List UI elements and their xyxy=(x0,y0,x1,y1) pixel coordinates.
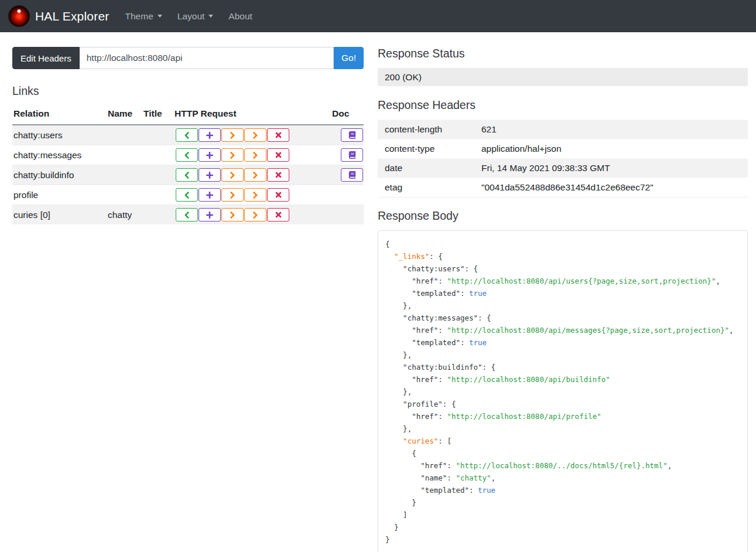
name-cell: chatty xyxy=(107,205,142,225)
response-status-title: Response Status xyxy=(378,47,748,60)
json-line: "templated": true xyxy=(385,287,740,299)
get-button[interactable] xyxy=(176,168,198,182)
doc-button[interactable] xyxy=(341,128,363,142)
plus-icon xyxy=(206,152,213,159)
delete-button[interactable] xyxy=(267,208,289,222)
doc-button[interactable] xyxy=(341,148,363,162)
json-line: } xyxy=(385,521,740,533)
put-button[interactable] xyxy=(221,188,244,202)
put-button[interactable] xyxy=(221,208,244,222)
edit-headers-button[interactable]: Edit Headers xyxy=(12,47,80,69)
post-button[interactable] xyxy=(199,208,221,222)
doc-cell xyxy=(331,205,364,225)
json-line: "href": "http://localhost:8080/api/profi… xyxy=(385,410,740,422)
json-line: "href": "http://localhost:8080/api/build… xyxy=(385,373,740,386)
caret-down-icon xyxy=(158,15,162,18)
relation-cell: chatty:buildinfo xyxy=(12,165,107,185)
patch-button[interactable] xyxy=(244,168,266,182)
json-line: }, xyxy=(385,299,740,312)
nav-item-about[interactable]: About xyxy=(221,6,260,26)
patch-button[interactable] xyxy=(244,148,266,162)
delete-button[interactable] xyxy=(267,168,289,182)
json-line: { xyxy=(385,238,740,250)
column-header-name: Name xyxy=(107,105,142,125)
json-line: }, xyxy=(385,349,740,361)
table-row: curies [0]chatty xyxy=(12,205,364,225)
header-value: Fri, 14 May 2021 09:38:33 GMT xyxy=(474,159,748,178)
response-headers-body: content-length621content-typeapplication… xyxy=(378,120,748,197)
put-button[interactable] xyxy=(221,128,244,142)
get-button[interactable] xyxy=(176,128,198,142)
get-button[interactable] xyxy=(176,148,198,162)
header-name: content-length xyxy=(378,120,474,139)
delete-button[interactable] xyxy=(267,188,289,202)
put-button[interactable] xyxy=(221,168,244,182)
links-table: Relation Name Title HTTP Request Doc cha… xyxy=(12,105,364,224)
url-input[interactable] xyxy=(80,47,334,69)
get-button[interactable] xyxy=(176,208,198,222)
response-body-title: Response Body xyxy=(378,209,748,223)
hal-9000-eye-icon xyxy=(8,5,30,27)
links-table-body: chatty:userschatty:messageschatty:buildi… xyxy=(12,125,364,224)
json-line: "profile": { xyxy=(385,398,740,410)
json-line: }, xyxy=(385,422,740,435)
nav-item-label: Layout xyxy=(177,11,205,22)
http-request-cell xyxy=(173,125,331,145)
post-button[interactable] xyxy=(199,128,221,142)
json-line: "chatty:messages": { xyxy=(385,312,740,324)
chevron-right-icon xyxy=(252,152,258,159)
json-line: } xyxy=(385,496,740,509)
put-button[interactable] xyxy=(221,148,244,162)
chevron-right-icon xyxy=(252,192,258,199)
doc-button[interactable] xyxy=(341,168,363,182)
title-cell xyxy=(142,205,173,225)
chevron-right-icon xyxy=(230,152,235,159)
table-row: chatty:users xyxy=(12,125,364,145)
post-button[interactable] xyxy=(199,168,221,182)
chevron-left-icon xyxy=(184,212,190,219)
delete-button[interactable] xyxy=(267,148,289,162)
plus-icon xyxy=(206,212,213,219)
brand-link[interactable]: HAL Explorer xyxy=(8,5,110,27)
caret-down-icon xyxy=(208,15,213,18)
response-panel: Response Status 200 (OK) Response Header… xyxy=(378,47,748,552)
get-button[interactable] xyxy=(176,188,198,202)
plus-icon xyxy=(206,192,213,199)
json-line: "href": "http://localhost:8080/api/users… xyxy=(385,275,740,287)
chevron-left-icon xyxy=(184,132,190,139)
json-line: "href": "http://localhost:8080/../docs/h… xyxy=(385,459,740,472)
patch-button[interactable] xyxy=(244,208,266,222)
links-section-title: Links xyxy=(12,84,364,98)
response-body-code: { "_links": { "chatty:users": { "href": … xyxy=(378,230,748,552)
x-icon xyxy=(275,152,282,158)
chevron-left-icon xyxy=(184,192,190,199)
doc-cell xyxy=(331,125,364,145)
nav-item-layout[interactable]: Layout xyxy=(170,6,221,26)
post-button[interactable] xyxy=(199,148,221,162)
plus-icon xyxy=(206,132,213,139)
title-cell xyxy=(142,165,173,185)
main-content: Edit Headers Go! Links Relation Name Tit… xyxy=(0,32,756,552)
doc-cell xyxy=(331,145,364,165)
json-line: "curies": [ xyxy=(385,435,740,447)
json-line: "templated": true xyxy=(385,336,740,349)
chevron-left-icon xyxy=(184,152,190,159)
json-line: "templated": true xyxy=(385,484,740,496)
patch-button[interactable] xyxy=(244,128,266,142)
title-cell xyxy=(142,125,173,145)
x-icon xyxy=(275,132,282,138)
header-value: "0041da552488d86e31454d1c2e68eec72" xyxy=(474,178,748,197)
links-table-header-row: Relation Name Title HTTP Request Doc xyxy=(12,105,364,125)
nav-item-theme[interactable]: Theme xyxy=(118,6,170,26)
chevron-left-icon xyxy=(184,172,190,179)
doc-cell xyxy=(331,165,364,185)
json-line: } xyxy=(385,533,740,546)
table-row: chatty:buildinfo xyxy=(12,165,364,185)
go-button[interactable]: Go! xyxy=(334,47,364,69)
chevron-right-icon xyxy=(230,172,235,179)
response-header-row: dateFri, 14 May 2021 09:38:33 GMT xyxy=(378,159,748,178)
patch-button[interactable] xyxy=(244,188,266,202)
response-header-row: content-typeapplication/hal+json xyxy=(378,139,748,159)
delete-button[interactable] xyxy=(267,128,289,142)
post-button[interactable] xyxy=(199,188,221,202)
